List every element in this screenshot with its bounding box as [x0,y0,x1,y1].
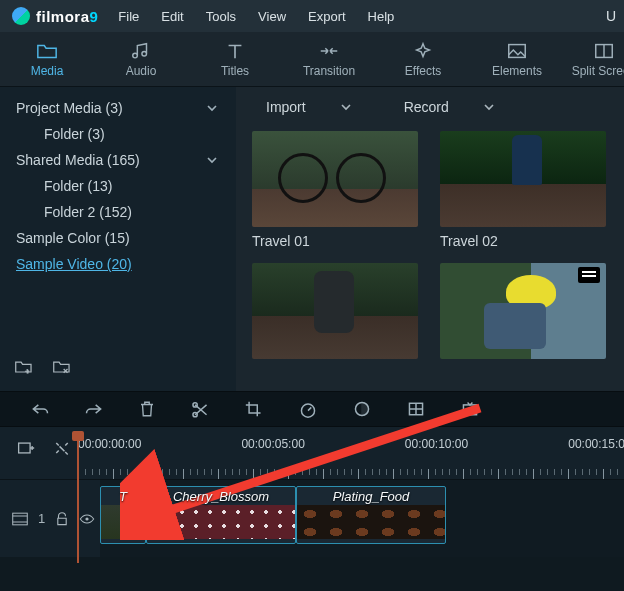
segment-title: T [101,489,145,504]
segment-thumb-strip [297,505,445,539]
tab-media[interactable]: Media [0,32,94,86]
track-controls: 1 [0,480,100,557]
svg-rect-9 [13,513,28,525]
redo-icon[interactable] [84,400,104,418]
title-bar: filmora9 File Edit Tools View Export Hel… [0,0,624,32]
clip-grid: Travel 01 Travel 02 [236,127,624,375]
clip-thumbnail [252,131,418,227]
clip-label: Travel 01 [252,233,418,249]
tab-split-screen[interactable]: Split Screen [564,32,624,86]
tab-elements-label: Elements [492,64,542,78]
chevron-down-icon [206,154,218,166]
freeze-frame-icon[interactable] [406,400,426,418]
eye-icon[interactable] [79,513,95,525]
color-icon[interactable] [352,400,372,418]
timecode: 00:00:00:00 [78,437,141,451]
folder-x-icon[interactable] [52,359,74,377]
menu-help[interactable]: Help [368,9,395,24]
tree-sample-color[interactable]: Sample Color (15) [0,225,236,251]
tab-effects[interactable]: Effects [376,32,470,86]
media-content: Import Record Travel 01 Travel 02 [236,87,624,391]
menu-export[interactable]: Export [308,9,346,24]
tab-transition[interactable]: Transition [282,32,376,86]
import-dropdown[interactable]: Import [266,99,352,115]
clip-travel-01[interactable]: Travel 01 [252,131,418,249]
tab-elements[interactable]: Elements [470,32,564,86]
tree-folder-13[interactable]: Folder (13) [0,173,236,199]
tab-effects-label: Effects [405,64,441,78]
clip-thumbnail [440,131,606,227]
tree-label: Folder 2 (152) [44,204,132,220]
speed-icon[interactable] [298,400,318,418]
timecodes: 00:00:00:00 00:00:05:00 00:00:10:00 00:0… [72,437,624,451]
undo-icon[interactable] [30,400,50,418]
import-label: Import [266,99,306,115]
menu-edit[interactable]: Edit [161,9,183,24]
timeline-segment[interactable]: Plating_Food [296,486,446,544]
tree-label: Project Media (3) [16,100,123,116]
timeline-segment[interactable]: T [100,486,146,544]
content-actions-bar: Import Record [236,87,624,127]
sidebar-bottom-icons [14,359,74,377]
clip-thumbnail [440,263,606,359]
timeline-header: 00:00:00:00 00:00:05:00 00:00:10:00 00:0… [0,427,624,479]
timeline-ruler[interactable]: 00:00:00:00 00:00:05:00 00:00:10:00 00:0… [72,427,624,479]
green-screen-icon[interactable] [460,400,480,418]
tree-shared-media[interactable]: Shared Media (165) [0,147,236,173]
chevron-down-icon [206,102,218,114]
svg-point-3 [193,413,197,417]
text-icon [224,41,246,61]
media-sidebar: Project Media (3) Folder (3) Shared Medi… [0,87,236,391]
crop-icon[interactable] [244,400,264,418]
tab-audio[interactable]: Audio [94,32,188,86]
timecode: 00:00:15:00 [568,437,624,451]
timeline-track-row: 1 T Cherry_Blossom Plating_Food [0,479,624,557]
image-icon [506,41,528,61]
titlebar-right-text: U [606,8,616,24]
media-tree: Project Media (3) Folder (3) Shared Medi… [0,95,236,277]
tree-label: Sample Color (15) [16,230,130,246]
tree-project-media[interactable]: Project Media (3) [0,95,236,121]
app-logo-icon [12,7,30,25]
menu-file[interactable]: File [118,9,139,24]
record-dropdown[interactable]: Record [404,99,495,115]
unlink-icon[interactable] [52,439,72,457]
filmstrip-icon [12,512,28,526]
tree-sample-video[interactable]: Sample Video (20) [0,251,236,277]
track-index: 1 [38,511,45,526]
tree-label: Folder (13) [44,178,112,194]
segment-title: Cherry_Blossom [147,489,295,504]
scissors-icon[interactable] [190,400,210,418]
mode-tabs: Media Audio Titles Transition Effects El… [0,32,624,87]
menu-tools[interactable]: Tools [206,9,236,24]
segment-thumb-strip [101,505,145,539]
app-brand: filmora9 [36,8,98,25]
lock-open-icon[interactable] [55,512,69,526]
tree-label: Folder (3) [44,126,105,142]
trash-icon[interactable] [138,400,156,418]
tree-folder-2-152[interactable]: Folder 2 (152) [0,199,236,225]
segment-title: Plating_Food [297,489,445,504]
record-label: Record [404,99,449,115]
timeline-segment[interactable]: Cherry_Blossom [146,486,296,544]
ruler-ticks [72,455,624,475]
playhead[interactable] [77,433,79,563]
svg-rect-7 [463,405,476,415]
add-marker-icon[interactable] [16,439,36,457]
clip-travel-02[interactable]: Travel 02 [440,131,606,249]
main-area: Project Media (3) Folder (3) Shared Medi… [0,87,624,391]
track-body[interactable]: T Cherry_Blossom Plating_Food [100,480,624,557]
sparkle-icon [412,41,434,61]
music-note-icon [130,41,152,61]
menu-view[interactable]: View [258,9,286,24]
svg-rect-0 [509,44,526,57]
clip-item-3[interactable] [252,263,418,365]
tab-media-label: Media [31,64,64,78]
chevron-down-icon [340,101,352,113]
tab-transition-label: Transition [303,64,355,78]
folder-plus-icon[interactable] [14,359,36,377]
clip-item-4[interactable] [440,263,606,365]
tree-folder-3[interactable]: Folder (3) [0,121,236,147]
timecode: 00:00:05:00 [241,437,304,451]
tab-titles[interactable]: Titles [188,32,282,86]
